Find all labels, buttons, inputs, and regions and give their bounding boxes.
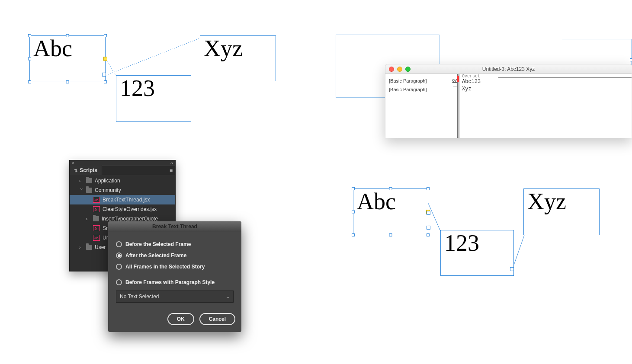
selection-handle[interactable] bbox=[104, 34, 107, 37]
text-frame-3[interactable]: Xyz bbox=[523, 188, 600, 235]
minimize-icon[interactable] bbox=[397, 67, 402, 72]
text-frame-1[interactable]: Abc bbox=[353, 188, 428, 235]
text-frame-2[interactable]: 123 bbox=[440, 230, 514, 276]
text-frame-3-content: Xyz bbox=[527, 188, 566, 214]
story-editor-window[interactable]: Untitled-3: Abc123 Xyz [Basic Paragraph]… bbox=[385, 64, 632, 138]
chevron-right-icon[interactable]: › bbox=[79, 245, 83, 250]
bg-frame-2 bbox=[562, 39, 632, 65]
selection-handle[interactable] bbox=[389, 187, 392, 190]
selection-handle[interactable] bbox=[28, 34, 31, 37]
panel-titlebar[interactable]: × ‹‹ bbox=[70, 160, 175, 166]
text-frame-3[interactable]: Xyz bbox=[200, 35, 276, 81]
radio-before-selected[interactable]: Before the Selected Frame bbox=[116, 239, 234, 250]
jsx-icon: Jn bbox=[93, 206, 100, 212]
para-style-dropdown[interactable]: No Text Selected ⌄ bbox=[116, 291, 234, 303]
close-icon[interactable] bbox=[389, 67, 394, 72]
radio-all-frames[interactable]: All Frames in the Selected Story bbox=[116, 261, 234, 272]
tree-script-break[interactable]: Jn BreakTextThread.jsx bbox=[70, 195, 175, 204]
selection-handle[interactable] bbox=[352, 187, 355, 190]
dialog-title[interactable]: Break Text Thread bbox=[108, 221, 241, 232]
paragraph-style-2[interactable]: [Basic Paragraph] bbox=[385, 86, 444, 93]
window-titlebar[interactable]: Untitled-3: Abc123 Xyz bbox=[385, 64, 632, 74]
script-label: ClearStyleOverrides.jsx bbox=[103, 206, 157, 212]
radio-label: Before Frames with Paragraph Style bbox=[125, 279, 215, 285]
selection-handle[interactable] bbox=[104, 80, 107, 83]
folder-icon bbox=[86, 245, 92, 250]
jsx-icon: Jn bbox=[93, 197, 100, 203]
port-handle[interactable] bbox=[510, 267, 514, 271]
tab-label: Scripts bbox=[80, 167, 97, 173]
selection-handle[interactable] bbox=[427, 187, 430, 190]
chevron-down-icon[interactable]: › bbox=[79, 188, 84, 192]
selection-handle[interactable] bbox=[66, 34, 69, 37]
paragraph-style-1[interactable]: [Basic Paragraph] bbox=[385, 77, 444, 84]
dialog-body: Before the Selected Frame After the Sele… bbox=[108, 232, 241, 310]
selection-handle bbox=[630, 58, 632, 61]
story-line-2[interactable]: Xyz bbox=[462, 86, 472, 92]
radio-icon[interactable] bbox=[116, 241, 122, 247]
radio-after-selected[interactable]: After the Selected Frame bbox=[116, 250, 234, 261]
radio-label: All Frames in the Selected Story bbox=[125, 264, 205, 270]
tab-scripts[interactable]: ⇅ Scripts bbox=[70, 166, 102, 175]
story-editor-body: [Basic Paragraph] [Basic Paragraph] ov O… bbox=[385, 74, 632, 138]
close-icon[interactable]: × bbox=[71, 160, 74, 166]
story-line-1[interactable]: Abc123 bbox=[462, 79, 481, 85]
radio-icon-selected[interactable] bbox=[116, 252, 122, 259]
window-title: Untitled-3: Abc123 Xyz bbox=[482, 66, 535, 72]
selection-handle[interactable] bbox=[352, 211, 355, 214]
svg-line-1 bbox=[104, 38, 200, 76]
panel-tab-row: ⇅ Scripts ≡ bbox=[70, 166, 175, 175]
selection-handle[interactable] bbox=[66, 80, 69, 83]
overset-rule bbox=[498, 77, 632, 78]
depth-mark bbox=[453, 86, 457, 86]
text-frame-2[interactable]: 123 bbox=[116, 75, 191, 122]
text-frame-1-content: Abc bbox=[33, 35, 72, 61]
thread-port[interactable] bbox=[102, 73, 106, 77]
cancel-button[interactable]: Cancel bbox=[199, 313, 235, 325]
jsx-icon: Jn bbox=[93, 225, 100, 231]
collapse-icon[interactable]: ‹‹ bbox=[170, 160, 173, 166]
selection-handle[interactable] bbox=[389, 233, 392, 236]
script-label: InsertTypographerQuote bbox=[102, 216, 158, 222]
dialog-buttons: OK Cancel bbox=[108, 310, 241, 332]
selection-handle[interactable] bbox=[352, 233, 355, 236]
radio-icon[interactable] bbox=[116, 264, 122, 270]
out-port-handle[interactable] bbox=[103, 57, 107, 61]
story-text-column[interactable]: Overset Abc123 Xyz bbox=[459, 74, 632, 138]
qd-threaded-frames-after: Abc 123 Xyz bbox=[337, 177, 623, 290]
selection-handle[interactable] bbox=[427, 233, 430, 236]
selection-handle[interactable] bbox=[28, 57, 31, 61]
sort-icon: ⇅ bbox=[74, 168, 77, 173]
ok-button[interactable]: OK bbox=[167, 313, 194, 325]
port-handle[interactable] bbox=[427, 211, 430, 215]
radio-before-para-style[interactable]: Before Frames with Paragraph Style bbox=[116, 277, 234, 288]
text-frame-1[interactable]: Abc bbox=[29, 35, 106, 82]
overset-indicator: ov bbox=[452, 78, 457, 83]
text-frame-2-content: 123 bbox=[120, 75, 155, 101]
folder-label: Application bbox=[95, 178, 120, 184]
qc-scripts-and-dialog: × ‹‹ ⇅ Scripts ≡ › Application › Communi… bbox=[69, 160, 251, 342]
break-text-thread-dialog[interactable]: Break Text Thread Before the Selected Fr… bbox=[108, 221, 241, 332]
tree-folder-community[interactable]: › Community bbox=[70, 185, 175, 195]
window-traffic-lights bbox=[389, 67, 411, 72]
folder-icon bbox=[86, 178, 92, 183]
panel-menu-icon[interactable]: ≡ bbox=[167, 167, 175, 173]
selection-handle[interactable] bbox=[28, 80, 31, 83]
jsx-icon: Jn bbox=[93, 235, 100, 241]
tree-folder-application[interactable]: › Application bbox=[70, 176, 175, 185]
story-style-column: [Basic Paragraph] [Basic Paragraph] bbox=[385, 74, 444, 138]
text-frame-1-content: Abc bbox=[357, 188, 396, 214]
folder-label: Community bbox=[95, 187, 121, 193]
folder-icon bbox=[93, 216, 99, 221]
radio-label: Before the Selected Frame bbox=[125, 241, 191, 247]
tree-script-clear[interactable]: Jn ClearStyleOverrides.jsx bbox=[70, 204, 175, 214]
overset-label: Overset bbox=[462, 74, 480, 79]
chevron-down-icon: ⌄ bbox=[226, 294, 230, 300]
port-handle[interactable] bbox=[427, 226, 430, 230]
qb-story-editor: Untitled-3: Abc123 Xyz [Basic Paragraph]… bbox=[320, 0, 632, 147]
zoom-icon[interactable] bbox=[405, 67, 411, 72]
text-frame-3-content: Xyz bbox=[204, 35, 243, 61]
radio-icon[interactable] bbox=[116, 279, 122, 285]
chevron-right-icon[interactable]: › bbox=[79, 179, 83, 183]
chevron-right-icon[interactable]: › bbox=[86, 217, 90, 221]
